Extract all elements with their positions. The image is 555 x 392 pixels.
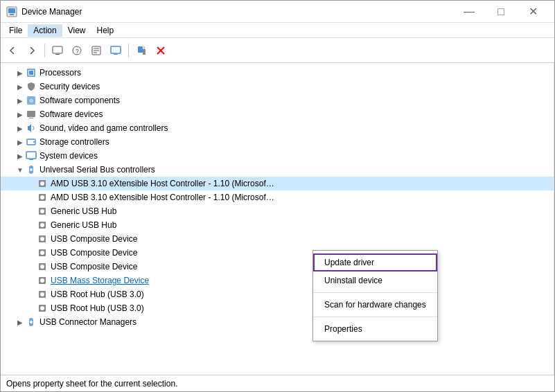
- svg-text:⚙: ⚙: [29, 98, 33, 103]
- tree-item-usb-comp2[interactable]: USB Composite Device: [1, 246, 554, 260]
- tree-item-usb-mass[interactable]: USB Mass Storage Device: [1, 274, 554, 287]
- remove-button[interactable]: [152, 42, 170, 60]
- tree-item-usb-comp3[interactable]: USB Composite Device: [1, 260, 554, 274]
- expand-icon-storage: ▶: [15, 136, 26, 148]
- svg-point-31: [40, 181, 44, 186]
- svg-rect-26: [26, 152, 36, 159]
- usb-hub1-label: Generic USB Hub: [51, 206, 116, 216]
- tree-item-usb-root1[interactable]: USB Root Hub (USB 3.0): [1, 287, 554, 301]
- tree-item-security[interactable]: ▶ Security devices: [1, 80, 554, 93]
- context-menu-uninstall-device[interactable]: Uninstall device: [313, 271, 437, 289]
- context-menu-scan-hardware[interactable]: Scan for hardware changes: [313, 296, 437, 314]
- expand-icon-usb-connector: ▶: [15, 317, 26, 328]
- cpu-icon: [26, 67, 37, 78]
- usb-label: Universal Serial Bus controllers: [39, 165, 155, 175]
- computer-button[interactable]: [49, 42, 67, 60]
- update-driver-button[interactable]: [132, 42, 150, 60]
- device-manager-window: Device Manager — □ ✕ File Action View He…: [0, 0, 555, 392]
- usb-device-icon-amd1: [37, 178, 48, 189]
- tree-item-processors[interactable]: ▶ Processors: [1, 66, 554, 80]
- tree-item-system[interactable]: ▶ System devices: [1, 149, 554, 163]
- svg-text:?: ?: [76, 48, 79, 55]
- expand-icon-software-devices: ▶: [15, 109, 26, 120]
- menu-file[interactable]: File: [3, 24, 28, 37]
- usb-connector-icon: [26, 317, 37, 328]
- toolbar-sep-2: [128, 44, 129, 57]
- title-bar: Device Manager — □ ✕: [1, 1, 554, 23]
- usb-hub1-icon: [37, 206, 48, 217]
- app-icon: [6, 6, 17, 17]
- processors-label: Processors: [39, 68, 81, 78]
- usb-comp3-label: USB Composite Device: [51, 262, 137, 271]
- software-components-label: Software components: [39, 96, 120, 105]
- menu-bar: File Action View Help: [1, 23, 554, 38]
- help-button[interactable]: ?: [68, 42, 86, 60]
- storage-icon: [26, 136, 37, 148]
- usb-mass-label: USB Mass Storage Device: [51, 276, 149, 285]
- tree-item-storage[interactable]: ▶ Storage controllers: [1, 135, 554, 149]
- menu-view[interactable]: View: [62, 24, 91, 37]
- svg-marker-14: [143, 49, 146, 55]
- tree-item-usb-root2[interactable]: USB Root Hub (USB 3.0): [1, 301, 554, 315]
- svg-point-33: [40, 195, 44, 199]
- usb-hub2-label: Generic USB Hub: [51, 220, 116, 230]
- software-components-icon: ⚙: [26, 95, 37, 106]
- tree-item-usb-amd2[interactable]: AMD USB 3.10 eXtensible Host Controller …: [1, 190, 554, 204]
- properties-button[interactable]: [87, 42, 105, 60]
- status-bar: Opens property sheet for the current sel…: [1, 375, 554, 391]
- expand-icon-sound: ▶: [15, 123, 26, 134]
- system-icon: [26, 150, 37, 161]
- menu-help[interactable]: Help: [91, 24, 120, 37]
- context-menu-properties[interactable]: Properties: [313, 320, 437, 338]
- security-label: Security devices: [39, 82, 100, 91]
- usb-root1-icon: [37, 289, 48, 300]
- context-menu-sep-2: [313, 317, 437, 317]
- usb-root1-label: USB Root Hub (USB 3.0): [51, 289, 144, 299]
- usb-hub2-icon: [37, 220, 48, 231]
- menu-action[interactable]: Action: [28, 24, 62, 37]
- back-button[interactable]: [3, 42, 21, 60]
- tree-item-software-devices[interactable]: ▶ Software devices: [1, 107, 554, 121]
- title-text: Device Manager: [21, 7, 82, 17]
- usb-device-icon-amd2: [37, 192, 48, 203]
- toolbar-sep-1: [44, 44, 45, 57]
- svg-rect-19: [29, 71, 33, 75]
- software-devices-icon: [26, 109, 37, 120]
- monitor-button[interactable]: [107, 42, 125, 60]
- device-tree[interactable]: ▶ Processors ▶ Security devices ▶ ⚙: [1, 63, 554, 375]
- expand-icon-processors: ▶: [15, 67, 26, 78]
- svg-rect-22: [27, 111, 35, 117]
- tree-item-software-components[interactable]: ▶ ⚙ Software components: [1, 93, 554, 107]
- minimize-button[interactable]: —: [453, 1, 485, 23]
- usb-comp1-icon: [37, 233, 48, 244]
- sound-icon: [26, 123, 37, 134]
- usb-amd2-label: AMD USB 3.10 eXtensible Host Controller …: [51, 193, 274, 202]
- tree-item-usb-hub1[interactable]: Generic USB Hub: [1, 204, 554, 218]
- svg-point-39: [40, 237, 44, 241]
- svg-point-49: [40, 306, 44, 310]
- usb-comp3-icon: [37, 261, 48, 272]
- tree-item-usb-hub2[interactable]: Generic USB Hub: [1, 218, 554, 232]
- tree-item-usb[interactable]: ▼ Universal Serial Bus controllers: [1, 163, 554, 177]
- main-content: ▶ Processors ▶ Security devices ▶ ⚙: [1, 63, 554, 375]
- svg-rect-2: [10, 14, 14, 15]
- tree-item-usb-amd1[interactable]: AMD USB 3.10 eXtensible Host Controller …: [1, 177, 554, 190]
- usb-amd1-label: AMD USB 3.10 eXtensible Host Controller …: [51, 179, 274, 188]
- expand-icon-usb: ▼: [15, 164, 26, 175]
- usb-root2-icon: [37, 303, 48, 314]
- svg-rect-11: [111, 46, 121, 53]
- tree-item-usb-connector[interactable]: ▶ USB Connector Managers: [1, 315, 554, 329]
- context-menu-update-driver[interactable]: Update driver: [313, 253, 437, 271]
- svg-rect-3: [53, 46, 62, 53]
- usb-root2-label: USB Root Hub (USB 3.0): [51, 303, 144, 313]
- svg-point-35: [40, 209, 44, 213]
- close-button[interactable]: ✕: [517, 1, 549, 23]
- usb-mass-icon: [37, 275, 48, 286]
- toolbar: ?: [1, 38, 554, 63]
- tree-item-usb-comp1[interactable]: USB Composite Device: [1, 232, 554, 246]
- svg-rect-13: [138, 46, 143, 53]
- tree-item-sound[interactable]: ▶ Sound, video and game controllers: [1, 121, 554, 135]
- usb-comp1-label: USB Composite Device: [51, 234, 137, 244]
- maximize-button[interactable]: □: [485, 1, 517, 23]
- forward-button[interactable]: [23, 42, 41, 60]
